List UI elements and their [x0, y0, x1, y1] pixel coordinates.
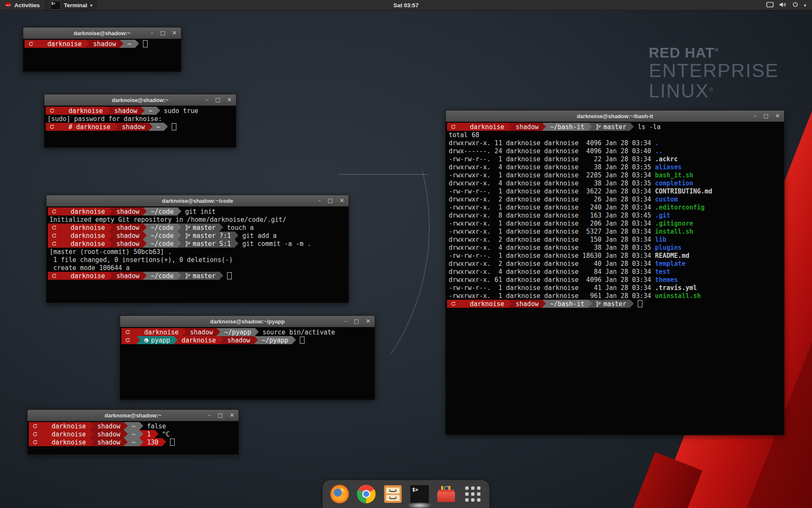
window-titlebar[interactable]: darknoise@shadow:~/pyapp –□✕	[120, 316, 375, 327]
close-button[interactable]: ✕	[230, 410, 234, 421]
close-button[interactable]: ✕	[227, 94, 232, 105]
maximize-button[interactable]: □	[328, 195, 333, 206]
prompt-segment: ~/bash-it	[546, 123, 588, 131]
terminal-icon[interactable]: $>	[410, 484, 429, 504]
terminal-content[interactable]: darknoiseshadow~/bash-itmasterls -latota…	[446, 122, 784, 435]
terminal-line: darknoiseshadow~1^C	[29, 430, 237, 438]
minimize-button[interactable]: –	[318, 195, 321, 206]
activities-button[interactable]: Activities	[0, 0, 45, 10]
os-icon	[33, 440, 38, 445]
terminal-cursor	[170, 439, 175, 446]
powerline-arrow	[588, 123, 592, 131]
chrome-icon[interactable]	[357, 484, 376, 504]
terminal-window-pyapp[interactable]: darknoise@shadow:~/pyapp –□✕ darknoisesh…	[120, 315, 375, 400]
powerline-arrow	[164, 123, 168, 131]
maximize-button[interactable]: □	[763, 110, 768, 121]
terminal-content[interactable]: darknoiseshadow~sudo true[sudo] password…	[44, 106, 236, 147]
terminal-window-sudo[interactable]: darknoise@shadow:~ –□✕ darknoiseshadow~s…	[44, 94, 236, 148]
terminal-line: darknoiseshadow~/codemaster S:1git commi…	[48, 240, 347, 248]
terminal-window-home-1[interactable]: darknoise@shadow:~ –□✕ darknoiseshadow~	[23, 27, 181, 72]
terminal-content[interactable]: darknoiseshadow~	[23, 39, 181, 72]
minimize-button[interactable]: –	[206, 94, 208, 105]
prompt-segment: shadow	[118, 123, 148, 131]
app-menu-label: Terminal	[64, 2, 87, 8]
terminal-line: -rw-rw-r--. 1 darknoise darknoise 3622 J…	[447, 187, 783, 195]
powerline-arrow	[109, 232, 112, 240]
terminal-content[interactable]: darknoiseshadow~/codegit initInitialized…	[47, 207, 348, 303]
terminal-line: drwxrwxr-x. 11 darknoise darknoise 4096 …	[447, 139, 783, 147]
app-grid-icon[interactable]	[463, 484, 483, 504]
powerline-arrow	[90, 430, 93, 438]
os-icon	[451, 124, 456, 130]
files-icon[interactable]	[383, 484, 403, 504]
close-button[interactable]: ✕	[366, 316, 370, 327]
app-menu-button[interactable]: $> Terminal ▾	[45, 0, 97, 10]
prompt-segment: darknoise	[178, 336, 219, 344]
prompt-segment	[29, 422, 44, 430]
terminal-line: drwxrwxr-x. 2 darknoise darknoise 26 Jan…	[447, 195, 783, 203]
powerline-arrow	[63, 232, 67, 240]
git-branch-icon	[185, 241, 190, 247]
terminal-line: -rw-rw-r--. 1 darknoise darknoise 41 Jan…	[447, 284, 783, 292]
minimize-button[interactable]: –	[208, 410, 211, 421]
window-titlebar[interactable]: darknoise@shadow:~/bash-it –□✕	[446, 110, 784, 122]
terminal-content[interactable]: darknoiseshadow~falsedarknoiseshadow~1^C…	[27, 421, 239, 454]
window-titlebar[interactable]: darknoise@shadow:~ –□✕	[27, 410, 239, 421]
clock[interactable]: Sat 03:57	[393, 0, 418, 10]
close-button[interactable]: ✕	[775, 110, 780, 121]
powerline-arrow	[162, 438, 166, 446]
file-name: .git	[655, 212, 670, 219]
terminal-content[interactable]: darknoiseshadow~/pyappsource bin/activat…	[120, 327, 375, 400]
maximize-button[interactable]: □	[218, 410, 223, 421]
terminal-window-code[interactable]: darknoise@shadow:~/code –□✕ darknoisesha…	[46, 195, 349, 303]
powerline-arrow	[292, 336, 296, 344]
close-button[interactable]: ✕	[172, 28, 177, 39]
logo-brand: RED HAT	[649, 44, 715, 61]
os-icon	[125, 330, 130, 335]
terminal-line: drwx------. 24 darknoise darknoise 4096 …	[447, 147, 783, 155]
terminal-cursor	[638, 300, 642, 307]
powerline-arrow	[508, 300, 512, 308]
desktop: RED HAT® ENTERPRISE LINUX® Activities $>…	[0, 0, 812, 508]
system-status-area[interactable]: ▾	[764, 0, 809, 10]
prompt-segment: 1	[143, 430, 155, 438]
terminal-cursor	[143, 40, 148, 47]
os-icon	[451, 301, 456, 306]
prompt-segment: shadow	[112, 207, 143, 215]
prompt-segment	[29, 430, 44, 438]
maximize-button[interactable]: □	[354, 316, 359, 327]
prompt-segment	[46, 123, 61, 131]
window-titlebar[interactable]: darknoise@shadow:~ –□✕	[23, 28, 181, 39]
file-name: install.sh	[655, 228, 693, 235]
file-name: custom	[655, 196, 678, 203]
powerline-arrow	[44, 438, 48, 446]
prompt-segment	[48, 232, 63, 240]
powerline-arrow	[178, 232, 181, 240]
terminal-line: Initialized empty Git repository in /hom…	[48, 215, 347, 224]
powerline-arrow	[254, 336, 258, 344]
maximize-button[interactable]: □	[215, 94, 220, 105]
powerline-arrow	[462, 123, 466, 131]
terminal-window-home-2[interactable]: darknoise@shadow:~ –□✕ darknoiseshadow~f…	[27, 409, 239, 455]
prompt-segment: shadow	[93, 422, 124, 430]
powerline-arrow	[508, 123, 512, 131]
prompt-segment: master	[181, 272, 219, 280]
powerline-arrow	[140, 430, 143, 438]
minimize-button[interactable]: –	[754, 110, 757, 121]
terminal-line: darknoiseshadow~/bash-itmaster	[447, 300, 783, 308]
git-branch-icon	[185, 225, 190, 231]
prompt-segment	[48, 272, 63, 280]
prompt-segment: ~/pyapp	[220, 328, 255, 336]
close-button[interactable]: ✕	[340, 195, 344, 206]
terminal-window-bash-it[interactable]: darknoise@shadow:~/bash-it –□✕ darknoise…	[445, 110, 785, 435]
minimize-button[interactable]: –	[344, 316, 347, 327]
minimize-button[interactable]: –	[151, 28, 154, 39]
window-titlebar[interactable]: darknoise@shadow:~ –□✕	[44, 94, 236, 106]
terminal-line: drwxrwxr-x. 61 darknoise darknoise 4096 …	[447, 276, 783, 284]
maximize-button[interactable]: □	[160, 28, 165, 39]
prompt-segment: shadow	[93, 430, 124, 438]
toolbox-icon[interactable]	[436, 484, 456, 504]
rhel-wallpaper-logo: RED HAT® ENTERPRISE LINUX®	[649, 45, 779, 102]
firefox-icon[interactable]	[330, 484, 349, 504]
window-titlebar[interactable]: darknoise@shadow:~/code –□✕	[47, 195, 348, 207]
